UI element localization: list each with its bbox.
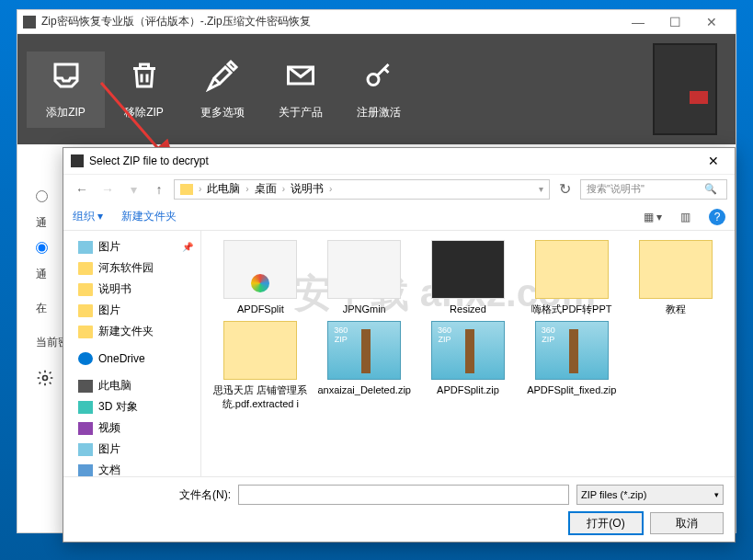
file-label: 思迅天店 店铺管理系统.pdf.extracted i (211, 383, 311, 410)
file-item-8[interactable]: APDFSplit_fixed.zip (521, 321, 622, 410)
tree-item-8[interactable]: 视频 (67, 417, 197, 439)
dialog-nav: ← → ▾ ↑ › 此电脑 › 桌面 › 说明书 › ▾ ↻ 搜索"说明书" 🔍 (63, 174, 735, 203)
svg-point-2 (43, 376, 48, 381)
file-filter-dropdown[interactable]: ZIP files (*.zip) ▾ (576, 485, 724, 505)
onedrive-icon (78, 352, 93, 365)
nav-dropdown-button[interactable]: ▾ (122, 178, 144, 200)
tree-item-2[interactable]: 说明书 (67, 279, 197, 300)
radio-option-1[interactable] (36, 190, 48, 202)
file-item-3[interactable]: 嗨格式PDF转PPT (521, 240, 622, 315)
folder-icon (180, 184, 193, 195)
breadcrumb-item-pc[interactable]: 此电脑 (207, 181, 240, 197)
tree-item-9[interactable]: 图片 (67, 439, 197, 460)
dialog-body: 图片📌河东软件园说明书图片新建文件夹OneDrive此电脑3D 对象视频图片文档… (63, 231, 735, 476)
file-item-6[interactable]: anxaizai_Deleted.zip (314, 321, 415, 410)
main-titlebar: Zip密码恢复专业版（评估版本）-.Zip压缩文件密码恢复 — ☐ ✕ (17, 10, 736, 34)
minimize-button[interactable]: — (620, 15, 656, 29)
zipper-decoration (653, 43, 717, 135)
nav-forward-button[interactable]: → (97, 178, 119, 200)
trash-icon (105, 59, 183, 99)
file-thumb (327, 321, 401, 380)
file-label: 嗨格式PDF转PPT (521, 303, 622, 315)
img-icon (78, 443, 93, 456)
new-folder-button[interactable]: 新建文件夹 (121, 209, 177, 224)
file-thumb (431, 240, 505, 299)
preview-pane-button[interactable]: ▥ (680, 211, 690, 223)
file-item-0[interactable]: APDFSplit (211, 240, 311, 315)
about-button[interactable]: 关于产品 (261, 51, 339, 128)
dialog-title: Select ZIP file to decrypt (89, 154, 700, 167)
tree-item-10[interactable]: 文档 (67, 460, 197, 476)
envelope-icon (261, 59, 339, 99)
help-button[interactable]: ? (709, 209, 725, 225)
tree-item-7[interactable]: 3D 对象 (67, 396, 197, 417)
nav-up-button[interactable]: ↑ (148, 178, 170, 200)
inbox-icon (27, 59, 105, 99)
maximize-button[interactable]: ☐ (656, 15, 693, 29)
app-title: Zip密码恢复专业版（评估版本）-.Zip压缩文件密码恢复 (41, 14, 620, 29)
file-thumb (223, 240, 297, 299)
file-item-7[interactable]: APDFSplit.zip (418, 321, 519, 410)
file-thumb (535, 240, 609, 299)
search-icon: 🔍 (704, 183, 717, 195)
tree-item-3[interactable]: 图片 (67, 300, 197, 321)
breadcrumb-item-folder[interactable]: 说明书 (291, 181, 324, 197)
breadcrumb-item-desktop[interactable]: 桌面 (255, 181, 277, 197)
file-label: 教程 (625, 303, 725, 315)
dialog-close-button[interactable]: ✕ (700, 154, 727, 168)
folder-icon (78, 326, 93, 338)
dialog-icon (71, 154, 84, 167)
file-thumb (223, 321, 297, 380)
tree-item-6[interactable]: 此电脑 (67, 375, 197, 396)
file-item-2[interactable]: Resized (418, 240, 519, 315)
filename-input[interactable] (238, 485, 569, 505)
remove-zip-button[interactable]: 移除ZIP (105, 51, 183, 128)
pc-icon (78, 380, 93, 393)
file-thumb (535, 321, 609, 380)
register-button[interactable]: 注册激活 (339, 51, 417, 128)
tools-icon (183, 59, 261, 99)
close-button[interactable]: ✕ (693, 15, 730, 29)
doc-icon (78, 464, 93, 477)
pin-icon: 📌 (182, 242, 193, 252)
search-input[interactable]: 搜索"说明书" 🔍 (580, 179, 727, 200)
main-toolbar: 添加ZIP 移除ZIP 更多选项 关于产品 注册激活 (17, 34, 736, 144)
file-label: APDFSplit_fixed.zip (521, 383, 622, 396)
tree-item-0[interactable]: 图片📌 (67, 236, 197, 257)
file-label: JPNGmin (314, 303, 415, 315)
tree-item-4[interactable]: 新建文件夹 (67, 321, 197, 342)
dialog-subbar: 组织 ▾ 新建文件夹 ▦ ▾ ▥ ? (63, 203, 735, 231)
tree-item-1[interactable]: 河东软件园 (67, 257, 197, 279)
radio-option-2[interactable] (36, 242, 48, 254)
video-icon (78, 422, 93, 435)
breadcrumb[interactable]: › 此电脑 › 桌面 › 说明书 › ▾ (174, 179, 550, 200)
file-label: anxaizai_Deleted.zip (314, 383, 415, 396)
filename-label: 文件名(N): (74, 487, 231, 503)
file-item-1[interactable]: JPNGmin (314, 240, 415, 315)
folder-icon (78, 262, 93, 275)
more-options-button[interactable]: 更多选项 (183, 51, 261, 128)
file-open-dialog: Select ZIP file to decrypt ✕ ← → ▾ ↑ › 此… (63, 147, 736, 543)
folder-tree: 图片📌河东软件园说明书图片新建文件夹OneDrive此电脑3D 对象视频图片文档 (63, 231, 201, 476)
img-icon (78, 241, 93, 254)
file-item-4[interactable]: 教程 (625, 240, 725, 315)
tree-item-5[interactable]: OneDrive (67, 349, 197, 368)
folder-icon (78, 304, 93, 317)
key-icon (339, 59, 417, 99)
file-item-5[interactable]: 思迅天店 店铺管理系统.pdf.extracted i (211, 321, 311, 410)
cube-icon (78, 401, 93, 414)
file-label: APDFSplit (211, 303, 311, 315)
file-thumb (327, 240, 401, 299)
file-label: Resized (418, 303, 519, 315)
file-thumb (431, 321, 505, 380)
dialog-footer: 文件名(N): ZIP files (*.zip) ▾ 打开(O) 取消 (63, 476, 735, 542)
cancel-button[interactable]: 取消 (650, 512, 724, 534)
open-button[interactable]: 打开(O) (569, 512, 643, 534)
nav-back-button[interactable]: ← (71, 178, 93, 200)
file-label: APDFSplit.zip (418, 383, 519, 396)
add-zip-button[interactable]: 添加ZIP (27, 51, 105, 128)
svg-point-1 (368, 74, 379, 85)
organize-menu[interactable]: 组织 ▾ (73, 209, 103, 224)
view-mode-button[interactable]: ▦ ▾ (644, 211, 662, 223)
refresh-button[interactable]: ↻ (553, 180, 576, 198)
